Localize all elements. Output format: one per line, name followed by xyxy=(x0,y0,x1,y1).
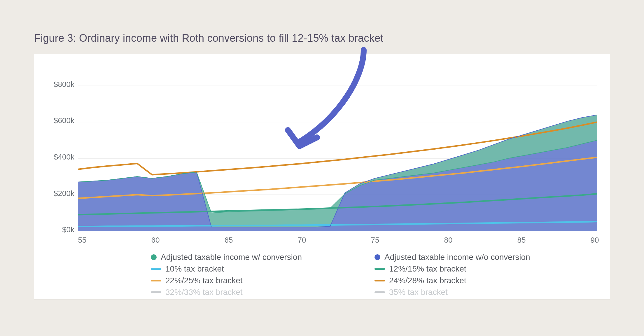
legend-swatch-dot-icon xyxy=(151,254,157,260)
legend-item: Adjusted taxable income w/ conversion xyxy=(151,253,363,262)
chart-panel: $0k $200k $400k $600k $800k 55 60 65 70 … xyxy=(34,54,610,299)
legend-label: 32%/33% tax bracket xyxy=(165,288,243,297)
legend-label: Adjusted taxable income w/o conversion xyxy=(384,253,530,262)
legend-swatch-dot-icon xyxy=(374,254,380,260)
y-tick-label: $800k xyxy=(42,80,74,89)
legend: Adjusted taxable income w/ conversion Ad… xyxy=(34,253,610,297)
figure-title: Figure 3: Ordinary income with Roth conv… xyxy=(34,32,610,44)
y-tick-label: $0k xyxy=(42,225,74,234)
chart-svg xyxy=(78,68,597,231)
legend-swatch-line-icon xyxy=(374,291,385,293)
plot-area xyxy=(78,68,597,231)
x-tick-label: 90 xyxy=(591,236,599,245)
y-tick-label: $400k xyxy=(42,153,74,162)
x-tick-label: 70 xyxy=(298,236,306,245)
legend-label: 24%/28% tax bracket xyxy=(389,276,466,285)
x-tick-label: 55 xyxy=(78,236,87,245)
legend-label: 10% tax bracket xyxy=(165,264,224,274)
legend-swatch-line-icon xyxy=(151,268,161,270)
legend-label: Adjusted taxable income w/ conversion xyxy=(161,253,302,262)
legend-label: 35% tax bracket xyxy=(389,288,448,297)
legend-item: 35% tax bracket xyxy=(374,288,587,297)
legend-item: 24%/28% tax bracket xyxy=(374,276,587,285)
legend-swatch-line-icon xyxy=(374,280,385,281)
y-tick-label: $200k xyxy=(42,189,74,198)
y-tick-label: $600k xyxy=(42,116,74,125)
legend-swatch-line-icon xyxy=(151,291,161,293)
legend-item: 22%/25% tax bracket xyxy=(151,276,363,285)
x-tick-label: 65 xyxy=(225,236,233,245)
legend-swatch-line-icon xyxy=(151,280,161,281)
legend-label: 12%/15% tax bracket xyxy=(389,264,466,274)
figure-container: Figure 3: Ordinary income with Roth conv… xyxy=(34,32,610,299)
x-tick-label: 80 xyxy=(444,236,453,245)
legend-item: 32%/33% tax bracket xyxy=(151,288,363,297)
x-tick-label: 75 xyxy=(371,236,379,245)
x-tick-label: 60 xyxy=(151,236,160,245)
legend-item: 12%/15% tax bracket xyxy=(374,264,587,274)
x-tick-label: 85 xyxy=(517,236,526,245)
legend-label: 22%/25% tax bracket xyxy=(165,276,243,285)
legend-item: 10% tax bracket xyxy=(151,264,363,274)
legend-swatch-line-icon xyxy=(374,268,385,270)
legend-item: Adjusted taxable income w/o conversion xyxy=(374,253,587,262)
